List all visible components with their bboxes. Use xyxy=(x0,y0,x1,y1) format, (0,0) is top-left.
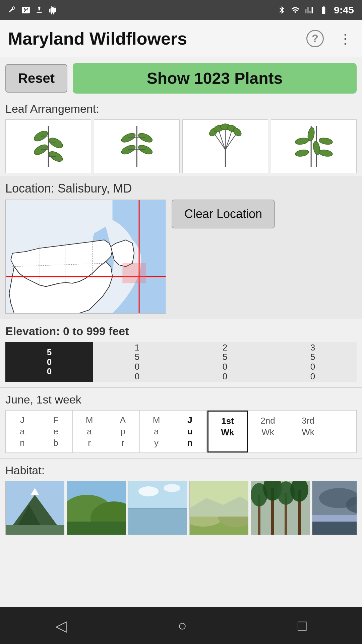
svg-rect-70 xyxy=(312,522,357,535)
month-apr[interactable]: A p r xyxy=(106,411,140,452)
svg-rect-49 xyxy=(128,481,187,508)
habitat-image-forest[interactable] xyxy=(251,481,309,535)
top-buttons: Reset Show 1023 Plants xyxy=(0,57,362,100)
date-title: June, 1st week xyxy=(5,393,357,406)
leaf-arrangement-section: Leaf Arrangement: xyxy=(0,100,362,176)
habitat-image-grassland[interactable] xyxy=(189,481,248,535)
habitat-section: Habitat: xyxy=(0,458,362,540)
recents-icon: □ xyxy=(298,617,307,634)
svg-rect-39 xyxy=(122,263,146,283)
svg-point-28 xyxy=(318,137,333,145)
month-feb[interactable]: F e b xyxy=(39,411,73,452)
leaf-card-whorled[interactable] xyxy=(271,119,357,173)
android-icon xyxy=(48,6,57,14)
leaf-card-alternate[interactable] xyxy=(5,119,91,173)
battery-icon xyxy=(318,6,330,14)
habitat-title: Habitat: xyxy=(5,464,357,477)
bottom-nav: ◁ ○ □ xyxy=(0,607,362,644)
habitat-image-stormy-sky[interactable] xyxy=(312,481,357,535)
elevation-tick-3500[interactable]: 3 5 0 0 xyxy=(269,342,357,382)
leaf-card-palmate[interactable] xyxy=(182,119,268,173)
app-bar: Maryland Wildflowers ? ⋮ xyxy=(0,20,362,57)
app-title: Maryland Wildflowers xyxy=(8,29,187,49)
location-actions: Clear Location xyxy=(172,200,275,228)
svg-point-53 xyxy=(164,484,180,492)
clear-location-button[interactable]: Clear Location xyxy=(172,200,275,228)
show-plants-button[interactable]: Show 1023 Plants xyxy=(73,63,357,94)
elevation-range: 0 to 999 feet xyxy=(63,325,129,337)
month-jan[interactable]: J a n xyxy=(6,411,39,452)
date-section: June, 1st week J a n F e b xyxy=(0,387,362,458)
weeks-container: 1st Wk 2nd Wk 3rd Wk xyxy=(207,411,328,452)
opposite-leaf-icon xyxy=(99,122,175,170)
svg-point-30 xyxy=(295,149,309,157)
elevation-tick-1500[interactable]: 1 5 0 0 xyxy=(93,342,181,382)
habitat-image-mountain-forest[interactable] xyxy=(5,481,64,535)
map-container[interactable] xyxy=(5,200,166,314)
elevation-tick-2500[interactable]: 2 5 0 0 xyxy=(181,342,269,382)
month-jun[interactable]: J u n xyxy=(173,411,207,452)
habitat-image-green-hills[interactable] xyxy=(67,481,125,535)
recents-button[interactable]: □ xyxy=(298,617,307,634)
svg-point-27 xyxy=(307,127,315,142)
help-button[interactable]: ? xyxy=(304,27,326,50)
status-bar: 9:45 xyxy=(0,0,362,20)
elevation-tick-500[interactable]: 5 0 0 xyxy=(5,342,93,382)
leaf-card-opposite[interactable] xyxy=(94,119,180,173)
status-icons-left xyxy=(8,6,57,14)
wifi-icon xyxy=(290,6,300,14)
week-2nd[interactable]: 2nd Wk xyxy=(248,411,288,452)
svg-point-52 xyxy=(138,486,159,496)
more-button[interactable]: ⋮ xyxy=(336,28,354,49)
whorled-leaf-icon xyxy=(276,122,352,170)
wrench-icon xyxy=(8,6,17,14)
alternate-leaf-icon xyxy=(10,122,87,170)
bluetooth-icon xyxy=(278,6,286,14)
svg-rect-48 xyxy=(67,522,126,535)
elevation-section: Elevation: 0 to 999 feet 5 0 0 1 5 0 0 xyxy=(0,319,362,387)
svg-point-31 xyxy=(318,149,333,157)
habitat-image-lake-sky[interactable] xyxy=(128,481,187,535)
location-content: Clear Location xyxy=(5,200,357,314)
svg-rect-50 xyxy=(128,508,187,535)
palmate-leaf-icon xyxy=(187,122,264,170)
location-title: Location: Salisbury, MD xyxy=(5,181,357,196)
signal-icon xyxy=(304,6,314,14)
image-icon xyxy=(21,6,30,14)
month-may[interactable]: M a y xyxy=(140,411,173,452)
location-section: Location: Salisbury, MD xyxy=(0,176,362,319)
help-icon: ? xyxy=(306,30,324,47)
time-display: 9:45 xyxy=(334,4,354,16)
months-container: J a n F e b M a r xyxy=(6,411,207,452)
home-icon: ○ xyxy=(178,617,187,634)
more-icon: ⋮ xyxy=(339,31,351,46)
leaf-arrangement-label: Leaf Arrangement: xyxy=(0,100,362,117)
download-icon xyxy=(35,6,44,14)
map-svg xyxy=(6,200,166,313)
elevation-bar-container[interactable]: 5 0 0 1 5 0 0 2 5 0 0 xyxy=(5,342,357,382)
date-scroll-container[interactable]: J a n F e b M a r xyxy=(5,410,357,453)
svg-rect-43 xyxy=(6,525,64,535)
month-mar[interactable]: M a r xyxy=(73,411,106,452)
home-button[interactable]: ○ xyxy=(178,617,187,634)
reset-button[interactable]: Reset xyxy=(5,64,67,93)
elevation-title: Elevation: 0 to 999 feet xyxy=(5,325,357,338)
status-icons-right: 9:45 xyxy=(278,4,354,16)
week-1st[interactable]: 1st Wk xyxy=(207,411,248,452)
app-bar-actions: ? ⋮ xyxy=(304,27,354,50)
back-icon: ◁ xyxy=(55,617,67,634)
svg-point-26 xyxy=(295,137,309,145)
leaf-arrangement-grid xyxy=(0,117,362,176)
week-3rd[interactable]: 3rd Wk xyxy=(288,411,328,452)
main-content: Reset Show 1023 Plants Leaf Arrangement: xyxy=(0,57,362,607)
habitat-images xyxy=(5,481,357,535)
back-button[interactable]: ◁ xyxy=(55,617,67,634)
